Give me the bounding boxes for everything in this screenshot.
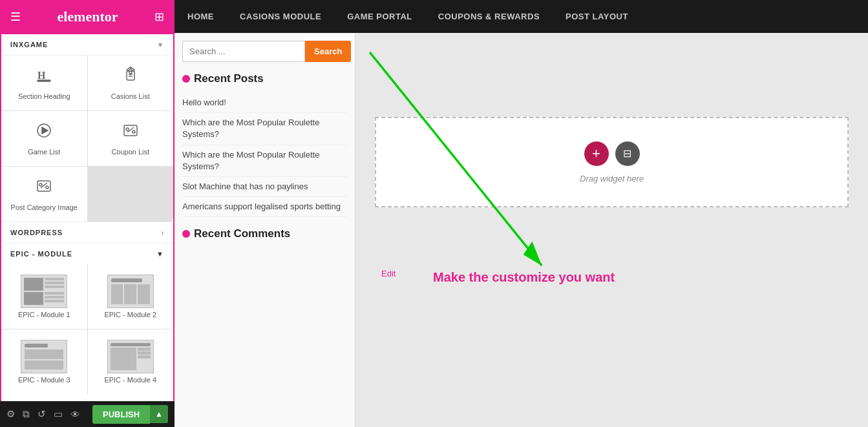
customize-text: Make the customize you want	[433, 270, 615, 285]
nav-casions-module[interactable]: CASIONS MODULE	[227, 0, 334, 33]
coupon-list-label: Coupon List	[111, 148, 149, 156]
svg-rect-2	[127, 71, 134, 80]
inxgame-label: INXGAME	[10, 41, 48, 48]
publish-dropdown-button[interactable]: ▲	[150, 405, 168, 423]
svg-point-7	[132, 130, 135, 133]
epic-module-1-label: EPIC - Module 1	[18, 311, 70, 318]
middle-panel: Search Recent Posts Hello world! Which a…	[175, 33, 355, 427]
svg-rect-1	[37, 80, 50, 81]
recent-comments-title-text: Recent Comments	[194, 227, 290, 240]
main-layout: INXGAME ▼ H Section Heading Casions List	[0, 33, 868, 427]
sidebar-section-inxgame[interactable]: INXGAME ▼	[1, 34, 173, 56]
widget-epic-module-4[interactable]: EPIC - Module 4	[88, 329, 174, 394]
publish-button[interactable]: PUBLISH	[92, 405, 150, 424]
elementor-logo-text: elementor	[57, 8, 118, 25]
search-button[interactable]: Search	[305, 41, 351, 62]
nav-home[interactable]: HOME	[175, 0, 227, 33]
drag-hint-text: Drag widget here	[580, 174, 644, 183]
inxgame-widget-grid: H Section Heading Casions List Game List	[1, 56, 173, 222]
post-category-image-icon	[35, 177, 53, 200]
wordpress-expand-arrow: ›	[162, 229, 164, 236]
svg-marker-5	[42, 127, 48, 134]
search-input[interactable]	[182, 41, 305, 62]
green-arrow-annotation	[355, 33, 868, 427]
epic-module-label: EPIC - MODULE	[10, 250, 72, 258]
epic-module-4-label: EPIC - Module 4	[104, 376, 156, 384]
nav-game-portal[interactable]: GAME PORTAL	[334, 0, 425, 33]
post-link-2[interactable]: Which are the Most Popular Roulette Syst…	[182, 145, 347, 177]
widget-coupon-list[interactable]: Coupon List	[88, 111, 174, 166]
sidebar-section-wordpress[interactable]: WORDPRESS ›	[1, 222, 173, 243]
recent-posts-heading: Recent Posts	[182, 72, 347, 85]
game-list-icon	[35, 121, 53, 144]
recent-comments-dot	[182, 230, 190, 238]
nav-links: HOME CASIONS MODULE GAME PORTAL COUPONS …	[175, 0, 868, 33]
elementor-logo-bar: ☰ elementor ⊞	[0, 0, 175, 33]
svg-point-8	[39, 183, 42, 186]
recent-posts-title-text: Recent Posts	[194, 72, 264, 85]
widget-epic-module-3[interactable]: EPIC - Module 3	[1, 329, 87, 394]
section-heading-icon: H	[35, 66, 53, 89]
hamburger-icon[interactable]: ☰	[10, 10, 21, 24]
search-bar: Search	[182, 41, 347, 62]
widget-section-heading[interactable]: H Section Heading	[1, 56, 87, 110]
nav-post-layout[interactable]: POST LAYOUT	[553, 0, 641, 33]
casions-list-icon	[122, 66, 140, 89]
layers-icon[interactable]: ⧉	[23, 408, 30, 420]
widget-post-category-image[interactable]: Post Category Image	[1, 167, 87, 222]
sidebar-collapse-handle[interactable]: ‹	[172, 217, 175, 243]
settings-icon[interactable]: ⚙	[6, 408, 15, 420]
grid-icon[interactable]: ⊞	[154, 10, 164, 24]
sidebar: INXGAME ▼ H Section Heading Casions List	[0, 33, 175, 427]
drag-widget-box: + ⊟ Drag widget here	[375, 117, 849, 207]
responsive-icon[interactable]: ▭	[54, 408, 63, 420]
coupon-list-icon	[122, 121, 140, 144]
section-heading-label: Section Heading	[18, 92, 70, 100]
widget-game-list[interactable]: Game List	[1, 111, 87, 166]
svg-point-3	[129, 71, 132, 74]
epic-module-1-thumb	[21, 275, 67, 308]
epic-module-collapse-arrow: ▼	[156, 250, 164, 258]
drag-buttons: + ⊟	[584, 141, 640, 166]
epic-module-widget-grid: EPIC - Module 1 EPIC - Module 2 EPIC - M…	[1, 264, 173, 394]
bottom-bar: ⚙ ⧉ ↺ ▭ 👁 PUBLISH ▲	[0, 401, 175, 427]
edit-link[interactable]: Edit	[381, 269, 396, 278]
widget-menu-button[interactable]: ⊟	[615, 141, 640, 166]
epic-module-4-thumb	[107, 340, 154, 373]
nav-coupons-rewards[interactable]: COUPONS & REWARDS	[425, 0, 553, 33]
game-list-label: Game List	[28, 148, 60, 156]
post-link-0[interactable]: Hello world!	[182, 93, 347, 113]
canvas-area: + ⊟ Drag widget here Edit Make the custo…	[355, 33, 868, 427]
recent-comments-heading: Recent Comments	[182, 227, 347, 240]
post-link-4[interactable]: Americans support legalised sports betti…	[182, 197, 347, 217]
svg-text:H: H	[37, 70, 46, 81]
top-navigation: ☰ elementor ⊞ HOME CASIONS MODULE GAME P…	[0, 0, 868, 33]
widget-epic-module-1[interactable]: EPIC - Module 1	[1, 264, 87, 329]
preview-icon[interactable]: 👁	[70, 409, 80, 420]
epic-module-2-label: EPIC - Module 2	[104, 311, 156, 318]
post-link-3[interactable]: Slot Machine that has no paylines	[182, 177, 347, 197]
widget-epic-module-2[interactable]: EPIC - Module 2	[88, 264, 174, 329]
recent-posts-dot	[182, 75, 190, 83]
epic-module-2-thumb	[107, 275, 154, 308]
history-icon[interactable]: ↺	[37, 408, 46, 420]
add-widget-button[interactable]: +	[584, 141, 609, 166]
publish-btn-group: PUBLISH ▲	[92, 405, 168, 424]
widget-casions-list[interactable]: Casions List	[88, 56, 174, 110]
wordpress-label: WORDPRESS	[10, 229, 63, 236]
bottom-icons: ⚙ ⧉ ↺ ▭ 👁	[6, 408, 80, 420]
casions-list-label: Casions List	[111, 92, 150, 100]
sidebar-section-epic-module[interactable]: EPIC - MODULE ▼	[1, 243, 173, 264]
post-category-image-label: Post Category Image	[11, 203, 78, 211]
epic-module-3-thumb	[21, 340, 67, 373]
svg-point-9	[46, 186, 48, 189]
svg-point-6	[126, 128, 129, 130]
epic-module-3-label: EPIC - Module 3	[18, 376, 70, 384]
post-link-1[interactable]: Which are the Most Popular Roulette Syst…	[182, 113, 347, 145]
inxgame-collapse-arrow: ▼	[157, 41, 164, 48]
